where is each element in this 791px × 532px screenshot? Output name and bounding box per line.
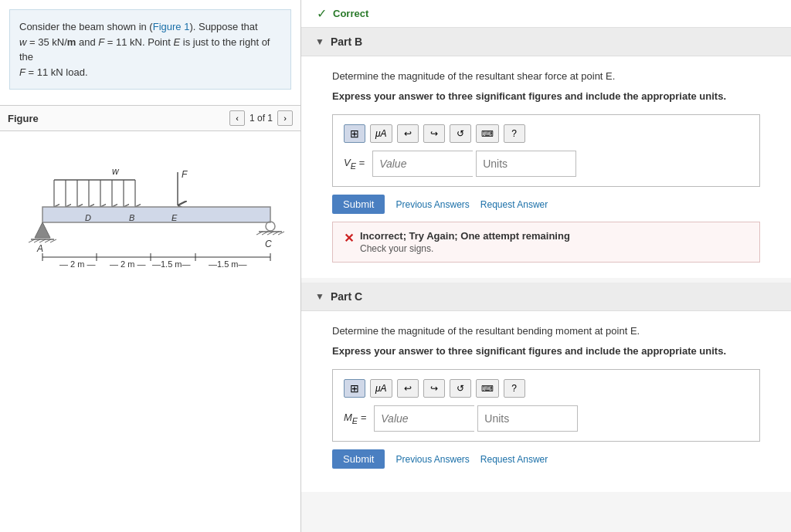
svg-text:— 2 m —: — 2 m — <box>59 259 95 269</box>
figure-canvas: w F <box>0 131 300 286</box>
redo-icon-b: ↪ <box>430 128 438 139</box>
help-button-b[interactable]: ? <box>504 124 525 143</box>
keyboard-button-b[interactable]: ⌨ <box>476 124 499 143</box>
part-b-header[interactable]: ▼ Part B <box>301 28 791 56</box>
figure-section: Figure ‹ 1 of 1 › <box>0 105 300 286</box>
part-c-previous-answers-link[interactable]: Previous Answers <box>396 454 469 465</box>
part-b-units-input[interactable] <box>476 151 576 177</box>
part-c-answer-box: ⊞ μA ↩ ↪ ↺ <box>332 369 760 442</box>
problem-statement: Consider the beam shown in (Figure 1). S… <box>9 9 291 90</box>
feedback-content-b: Incorrect; Try Again; One attempt remain… <box>360 230 570 254</box>
svg-text:C: C <box>265 239 272 249</box>
figure-nav-label: 1 of 1 <box>250 113 273 124</box>
figure-prev-button[interactable]: ‹ <box>229 110 245 126</box>
part-c-instruction: Determine the magnitude of the resultant… <box>332 324 760 339</box>
dimension-lines: — 2 m — — 2 m — —1.5 m— —1.5 m— <box>42 253 270 269</box>
part-c-action-row: Submit Previous Answers Request Answer <box>332 449 760 469</box>
svg-marker-11 <box>35 222 50 238</box>
part-b-answer-box: ⊞ μA ↩ ↪ ↺ <box>332 114 760 187</box>
fraction-button-c[interactable]: ⊞ <box>344 379 365 398</box>
keyboard-button-c[interactable]: ⌨ <box>476 379 499 398</box>
redo-button-c[interactable]: ↪ <box>423 379 445 398</box>
right-panel: ✓ Correct ▼ Part B Determine the magnitu… <box>301 0 791 532</box>
part-b-section: ▼ Part B Determine the magnitude of the … <box>301 28 791 278</box>
part-c-header[interactable]: ▼ Part C <box>301 283 791 311</box>
mu-button-b[interactable]: μA <box>370 124 392 143</box>
figure-header: Figure ‹ 1 of 1 › <box>0 105 300 131</box>
refresh-icon-c: ↺ <box>457 383 464 394</box>
part-c-toolbar: ⊞ μA ↩ ↪ ↺ <box>344 379 749 398</box>
part-b-title: Part B <box>331 36 362 48</box>
correct-checkmark: ✓ <box>317 6 327 21</box>
part-c-eq-label: ME = <box>344 412 366 425</box>
figure-next-button[interactable]: › <box>277 110 293 126</box>
support-a: A <box>29 222 56 254</box>
help-button-c[interactable]: ? <box>504 379 525 398</box>
left-panel: Consider the beam shown in (Figure 1). S… <box>0 0 301 532</box>
w-label: w <box>112 166 120 177</box>
part-b-body: Determine the magnitude of the resultant… <box>301 56 791 278</box>
part-b-previous-answers-link[interactable]: Previous Answers <box>396 199 469 210</box>
mu-icon-c: μA <box>375 383 387 394</box>
part-b-action-row: Submit Previous Answers Request Answer <box>332 195 760 214</box>
distributed-load: w <box>54 166 135 207</box>
correct-text: Correct <box>333 8 368 19</box>
fraction-icon-b: ⊞ <box>350 127 359 140</box>
feedback-error-icon-b: ✕ <box>344 231 354 246</box>
part-c-request-answer-link[interactable]: Request Answer <box>480 454 548 465</box>
help-icon-c: ? <box>511 383 517 394</box>
redo-icon-c: ↪ <box>430 383 438 394</box>
svg-text:— 2 m —: — 2 m — <box>110 259 145 269</box>
part-c-body: Determine the magnitude of the resultant… <box>301 311 791 492</box>
part-b-request-answer-link[interactable]: Request Answer <box>480 199 548 210</box>
mu-icon-b: μA <box>375 128 387 139</box>
label-d: D <box>85 213 91 222</box>
part-b-collapse-icon: ▼ <box>315 36 324 47</box>
part-b-submit-button[interactable]: Submit <box>332 195 385 214</box>
svg-text:F: F <box>182 169 188 180</box>
figure-title: Figure <box>8 113 39 124</box>
undo-icon-b: ↩ <box>404 128 412 139</box>
redo-button-b[interactable]: ↪ <box>423 124 445 143</box>
part-c-value-input[interactable] <box>374 405 474 432</box>
part-b-instruction: Determine the magnitude of the resultant… <box>332 69 760 84</box>
feedback-title-b: Incorrect; Try Again; One attempt remain… <box>360 230 570 242</box>
part-c-units-input[interactable] <box>477 405 578 432</box>
refresh-button-c[interactable]: ↺ <box>450 379 471 398</box>
svg-point-19 <box>266 222 275 231</box>
part-b-feedback-box: ✕ Incorrect; Try Again; One attempt rema… <box>332 222 760 263</box>
mu-button-c[interactable]: μA <box>370 379 392 398</box>
label-b: B <box>129 213 134 222</box>
force-f: F <box>178 169 188 205</box>
svg-text:—1.5 m—: —1.5 m— <box>152 259 191 269</box>
beam-rect <box>42 207 270 222</box>
beam-diagram: w F <box>12 137 290 280</box>
part-b-value-input[interactable] <box>372 151 473 177</box>
label-e: E <box>171 213 178 222</box>
part-c-submit-button[interactable]: Submit <box>332 449 385 469</box>
refresh-button-b[interactable]: ↺ <box>450 124 471 143</box>
part-c-bold-instruction: Express your answer to three significant… <box>332 344 760 359</box>
figure-nav: ‹ 1 of 1 › <box>229 110 293 126</box>
keyboard-icon-b: ⌨ <box>481 129 494 139</box>
part-c-section: ▼ Part C Determine the magnitude of the … <box>301 283 791 492</box>
svg-text:A: A <box>36 243 43 254</box>
correct-banner: ✓ Correct <box>301 0 791 28</box>
svg-text:—1.5 m—: —1.5 m— <box>209 259 247 269</box>
part-b-bold-instruction: Express your answer to three significant… <box>332 89 760 104</box>
undo-icon-c: ↩ <box>404 383 412 394</box>
part-c-input-row: ME = <box>344 405 749 432</box>
feedback-sub-b: Check your signs. <box>360 243 570 254</box>
figure-link[interactable]: Figure 1 <box>153 21 190 32</box>
keyboard-icon-c: ⌨ <box>481 384 494 394</box>
refresh-icon-b: ↺ <box>457 128 464 139</box>
support-c: C <box>256 222 284 249</box>
help-icon-b: ? <box>511 128 517 139</box>
fraction-button-b[interactable]: ⊞ <box>344 124 365 143</box>
undo-button-b[interactable]: ↩ <box>397 124 419 143</box>
part-b-input-row: VE = <box>344 151 749 177</box>
fraction-icon-c: ⊞ <box>350 382 359 395</box>
part-c-title: Part C <box>331 290 362 303</box>
undo-button-c[interactable]: ↩ <box>397 379 419 398</box>
part-b-toolbar: ⊞ μA ↩ ↪ ↺ <box>344 124 749 143</box>
